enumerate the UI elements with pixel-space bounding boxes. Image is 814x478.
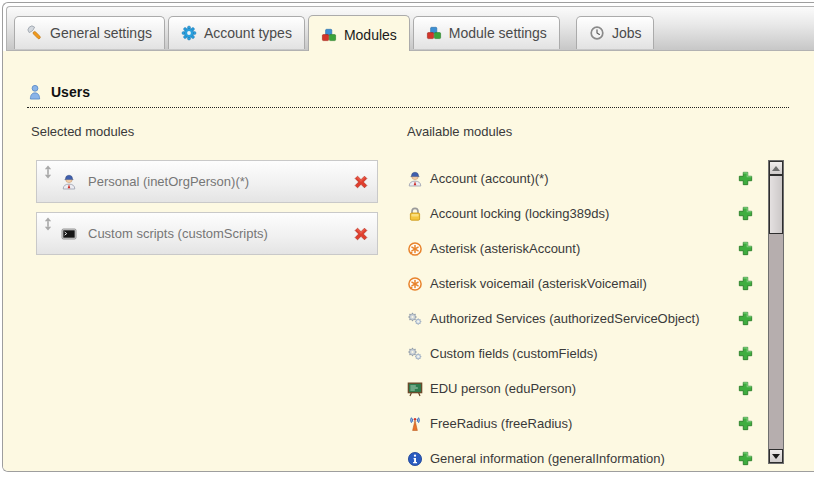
selected-modules-label: Selected modules: [31, 124, 134, 139]
available-module-row: Authorized Services (authorizedServiceOb…: [407, 301, 754, 336]
module-name: Asterisk voicemail (asteriskVoicemail): [430, 276, 647, 291]
tab-general-settings[interactable]: General settings: [14, 16, 165, 49]
clock-icon: [589, 25, 605, 41]
lock-icon: [407, 206, 423, 222]
modules-panel: Users Selected modules Available modules…: [3, 51, 814, 471]
gears-icon: [407, 346, 423, 362]
scrollbar-thumb[interactable]: [769, 175, 783, 234]
available-scrollbar[interactable]: [768, 160, 784, 464]
antenna-icon: [407, 416, 423, 432]
modules-icon: [426, 25, 442, 41]
gear-icon: [181, 25, 197, 41]
module-name: Authorized Services (authorizedServiceOb…: [430, 311, 700, 326]
tab-label: Jobs: [612, 25, 642, 41]
tab-label: Module settings: [449, 25, 547, 41]
available-modules-list: Account (account)(*) Account locking (lo…: [407, 161, 754, 471]
tab-label: Modules: [344, 27, 397, 43]
drag-handle-icon[interactable]: [43, 165, 53, 179]
scroll-down-button[interactable]: [769, 449, 783, 463]
module-name: Account (account)(*): [430, 171, 549, 186]
tab-bar: General settings Account types: [6, 6, 814, 51]
add-module-button[interactable]: [737, 240, 754, 257]
module-name: Asterisk (asteriskAccount): [430, 241, 580, 256]
add-module-button[interactable]: [737, 345, 754, 362]
wrench-icon: [27, 25, 43, 41]
tab-account-types[interactable]: Account types: [168, 16, 305, 49]
asterisk-icon: [407, 241, 423, 257]
asterisk-icon: [407, 276, 423, 292]
available-module-row: FreeRadius (freeRadius): [407, 406, 754, 441]
user-silhouette-icon: [27, 84, 43, 100]
available-module-row: Custom fields (customFields): [407, 336, 754, 371]
drag-handle-icon[interactable]: [43, 217, 53, 231]
board-icon: [407, 381, 423, 397]
module-name: General information (generalInformation): [430, 451, 665, 466]
tab-module-settings[interactable]: Module settings: [413, 16, 560, 49]
add-module-button[interactable]: [737, 380, 754, 397]
add-module-button[interactable]: [737, 415, 754, 432]
available-module-row: Account (account)(*): [407, 161, 754, 196]
add-module-button[interactable]: [737, 450, 754, 467]
person-icon: [407, 171, 423, 187]
modules-icon: [321, 27, 337, 43]
settings-widget: General settings Account types: [2, 2, 814, 472]
module-name: Custom scripts (customScripts): [88, 226, 268, 241]
delete-module-button[interactable]: [352, 173, 370, 191]
section-title: Users: [51, 84, 90, 100]
person-icon: [61, 174, 77, 190]
available-module-row: EDU person (eduPerson): [407, 371, 754, 406]
gears-icon: [407, 311, 423, 327]
terminal-icon: [61, 226, 77, 242]
selected-modules-list: Personal (inetOrgPerson)(*) Custom scrip…: [36, 160, 378, 264]
module-name: Account locking (locking389ds): [430, 206, 609, 221]
delete-module-button[interactable]: [352, 225, 370, 243]
module-name: Personal (inetOrgPerson)(*): [88, 174, 249, 189]
users-section-header: Users: [27, 84, 789, 108]
available-module-row: General information (generalInformation): [407, 441, 754, 471]
add-module-button[interactable]: [737, 275, 754, 292]
available-module-row: Account locking (locking389ds): [407, 196, 754, 231]
scroll-up-button[interactable]: [769, 161, 783, 175]
selected-module-row[interactable]: Personal (inetOrgPerson)(*): [36, 160, 378, 203]
module-name: Custom fields (customFields): [430, 346, 598, 361]
available-module-row: Asterisk voicemail (asteriskVoicemail): [407, 266, 754, 301]
arrow-up-icon: [772, 166, 780, 171]
tab-label: Account types: [204, 25, 292, 41]
selected-module-row[interactable]: Custom scripts (customScripts): [36, 212, 378, 255]
module-name: FreeRadius (freeRadius): [430, 416, 572, 431]
available-modules-label: Available modules: [407, 124, 512, 139]
tab-jobs[interactable]: Jobs: [576, 16, 655, 49]
tab-modules[interactable]: Modules: [308, 15, 410, 51]
tab-list: General settings Account types: [14, 15, 654, 51]
arrow-down-icon: [772, 454, 780, 459]
available-module-row: Asterisk (asteriskAccount): [407, 231, 754, 266]
info-icon: [407, 451, 423, 467]
module-name: EDU person (eduPerson): [430, 381, 576, 396]
tab-label: General settings: [50, 25, 152, 41]
add-module-button[interactable]: [737, 310, 754, 327]
add-module-button[interactable]: [737, 170, 754, 187]
add-module-button[interactable]: [737, 205, 754, 222]
